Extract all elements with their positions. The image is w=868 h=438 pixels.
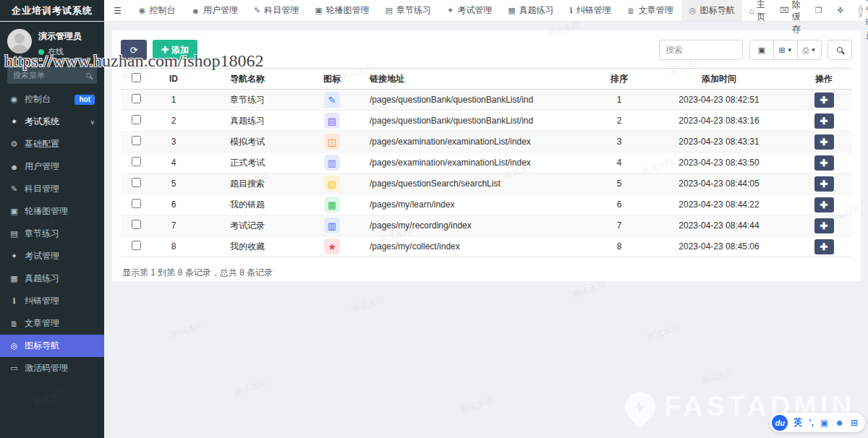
- sidebar-item-考试系统[interactable]: ✦考试系统∨: [0, 111, 104, 133]
- header-sort[interactable]: 排序: [596, 69, 642, 90]
- cell-sort: 3: [596, 132, 642, 153]
- refresh-button[interactable]: ⟳: [121, 40, 147, 60]
- columns-button[interactable]: ⊞ ▼: [773, 40, 798, 60]
- header-time[interactable]: 添加时间: [642, 69, 796, 90]
- row-action-button[interactable]: ✚: [814, 239, 834, 254]
- topnav-item-图标导航[interactable]: ◎图标导航: [681, 0, 743, 21]
- subject-icon: ✎: [254, 6, 260, 15]
- table-row: 1章节练习✎/pages/questionBank/questionBankLi…: [121, 90, 852, 111]
- topnav-item-考试管理[interactable]: ✦考试管理: [439, 0, 500, 21]
- row-action-button[interactable]: ✚: [814, 218, 834, 233]
- topnav-item-label: 科目管理: [264, 4, 299, 17]
- topnav-item-科目管理[interactable]: ✎科目管理: [246, 0, 307, 21]
- row-checkbox[interactable]: [132, 136, 141, 145]
- header-name[interactable]: 导航名称: [196, 69, 299, 90]
- row-action-button[interactable]: ✚: [814, 176, 834, 192]
- sidebar-item-考试管理[interactable]: ✦考试管理: [0, 245, 104, 267]
- input-method-bar[interactable]: du 英’,▣☻⊞: [770, 413, 865, 432]
- row-action-button[interactable]: ✚: [814, 113, 834, 129]
- cell-time: 2023-04-23 08:44:22: [642, 194, 796, 215]
- sidebar-search: [7, 66, 97, 84]
- book-icon: ▥: [324, 155, 340, 171]
- toolbox-icon[interactable]: ▣: [820, 418, 828, 428]
- sidebar-item-真题练习[interactable]: ▦真题练习: [0, 267, 104, 290]
- header-link[interactable]: 链接地址: [365, 69, 596, 90]
- row-checkbox[interactable]: [132, 241, 141, 250]
- table-search-input[interactable]: [659, 40, 743, 60]
- cell-icon: ★: [299, 236, 365, 257]
- home-button[interactable]: ⌂ 主页: [742, 0, 772, 22]
- select-all-checkbox[interactable]: [132, 73, 141, 82]
- sidebar-item-轮播图管理[interactable]: ▣轮播图管理: [0, 200, 104, 223]
- cell-icon: ▤: [299, 111, 365, 132]
- row-checkbox[interactable]: [132, 157, 141, 166]
- topnav-item-纠错管理[interactable]: ℹ纠错管理: [562, 0, 619, 21]
- article-icon: 🗎: [627, 7, 635, 15]
- row-action-button[interactable]: ✚: [814, 197, 834, 212]
- clear-cache-button[interactable]: ⌧ 清除缓存: [773, 0, 807, 22]
- search-submit-button[interactable]: [827, 40, 852, 60]
- cell-icon: ▧: [299, 173, 365, 194]
- table-summary: 显示第 1 到第 8 条记录，总共 8 条记录: [121, 257, 852, 288]
- topnav-item-用户管理[interactable]: ☻用户管理: [183, 0, 246, 21]
- topnav-item-轮播图管理[interactable]: ▣轮播图管理: [307, 0, 377, 21]
- row-checkbox[interactable]: [132, 115, 141, 124]
- sidebar-item-用户管理[interactable]: ☻用户管理: [0, 155, 104, 178]
- row-checkbox[interactable]: [132, 94, 141, 103]
- chevron-down-icon: ∨: [90, 119, 95, 126]
- topnav-item-控制台[interactable]: ◉控制台: [131, 0, 184, 21]
- cell-time: 2023-04-23 08:44:44: [642, 215, 796, 236]
- sidebar-item-label: 考试系统: [25, 116, 59, 128]
- sidebar-item-控制台[interactable]: ◉控制台hot: [0, 88, 104, 111]
- row-action-button[interactable]: ✚: [814, 134, 834, 150]
- export-button[interactable]: ⎙ ▼: [797, 40, 822, 60]
- exam-icon: ✦: [9, 252, 19, 261]
- cell-link: /pages/questionBank/questionBankList/ind: [365, 90, 596, 111]
- cell-icon: ◫: [299, 132, 365, 153]
- sidebar-item-文章管理[interactable]: 🗎文章管理: [0, 312, 104, 335]
- row-action-button[interactable]: ✚: [814, 93, 834, 108]
- cell-link: /pages/questionBank/questionBankList/ind: [365, 111, 596, 132]
- fullscreen-icon: ✜: [837, 6, 843, 15]
- sidebar-toggle-button[interactable]: ☰: [104, 0, 131, 21]
- export-icon: ⎙: [803, 46, 809, 55]
- user-menu[interactable]: 演示管理员: [851, 0, 868, 22]
- pagination-toggle-icon: ▣: [758, 46, 765, 55]
- english-mode-icon[interactable]: 英: [793, 416, 802, 429]
- grid-icon[interactable]: ⊞: [851, 418, 858, 428]
- row-action-button[interactable]: ✚: [814, 155, 834, 171]
- sidebar-item-章节练习[interactable]: ▤章节练习: [0, 223, 104, 245]
- top-nav-items: ◉控制台☻用户管理✎科目管理▣轮播图管理▤章节练习✦考试管理▦真题练习ℹ纠错管理…: [131, 0, 743, 21]
- toggle-pagination-button[interactable]: ▣: [749, 40, 774, 60]
- topnav-item-章节练习[interactable]: ▤章节练习: [378, 0, 439, 21]
- avatar: [7, 29, 32, 53]
- row-checkbox[interactable]: [132, 178, 141, 187]
- sidebar-item-科目管理[interactable]: ✎科目管理: [0, 178, 104, 200]
- sidebar-item-基础配置[interactable]: ⚙基础配置: [0, 133, 104, 155]
- topnav-item-真题练习[interactable]: ▦真题练习: [500, 0, 561, 21]
- content-panel: ⟳ ✚ 添加 ▣ ⊞ ▼ ⎙ ▼: [112, 30, 861, 281]
- topnav-item-label: 图标导航: [699, 4, 734, 17]
- cell-link: /pages/my/learn/index: [365, 194, 596, 215]
- punctuation-icon[interactable]: ’,: [809, 418, 814, 428]
- copy-page-button[interactable]: ❐: [809, 0, 829, 22]
- row-checkbox[interactable]: [132, 220, 141, 229]
- row-checkbox[interactable]: [132, 199, 141, 208]
- cell-op: ✚: [796, 111, 852, 132]
- table-row: 8我的收藏★/pages/my/collect/index82023-04-23…: [121, 236, 852, 257]
- add-button[interactable]: ✚ 添加: [153, 40, 197, 60]
- topnav-item-文章管理[interactable]: 🗎文章管理: [619, 0, 681, 21]
- user-icon[interactable]: ☻: [835, 418, 844, 428]
- cell-id: 7: [151, 215, 196, 236]
- cell-time: 2023-04-23 08:44:05: [642, 173, 796, 194]
- sidebar-item-纠错管理[interactable]: ℹ纠错管理: [0, 290, 104, 312]
- header-id[interactable]: ID: [151, 69, 196, 90]
- sidebar-item-激活码管理[interactable]: ▭激活码管理: [0, 357, 104, 379]
- baidu-ime-logo[interactable]: du: [772, 415, 788, 431]
- fullscreen-button[interactable]: ✜: [830, 0, 850, 22]
- row-checkbox-cell: [121, 90, 151, 111]
- topnav-item-label: 考试管理: [457, 4, 492, 17]
- cell-sort: 8: [596, 236, 642, 257]
- sidebar-search-input[interactable]: [13, 71, 86, 80]
- sidebar-item-图标导航[interactable]: ◎图标导航: [0, 335, 104, 357]
